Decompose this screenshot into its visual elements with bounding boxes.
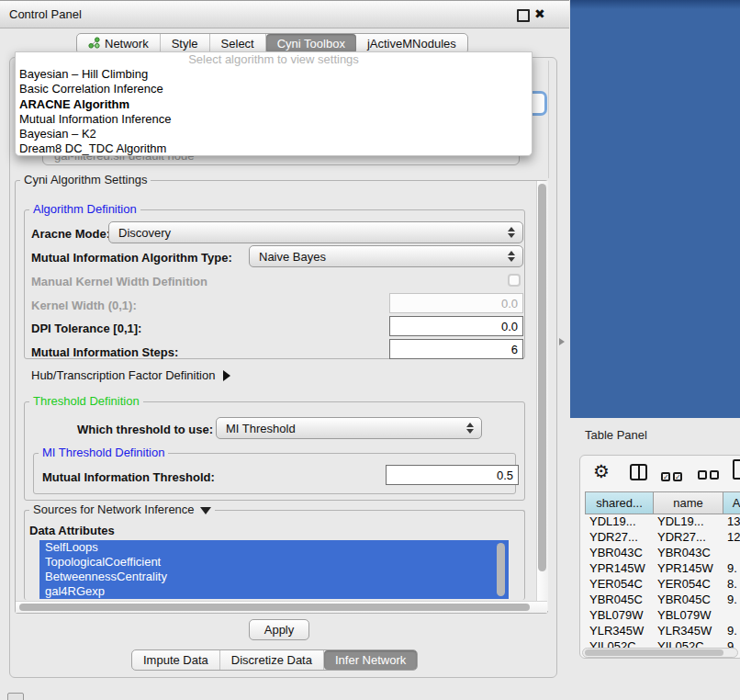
dpi-tolerance-label: DPI Tolerance [0,1]: [31,322,141,335]
combo-arrows-icon [508,227,515,238]
tab-impute-data[interactable]: Impute Data [132,650,220,670]
table-row[interactable]: YLR345W YLR345W 9. [585,624,740,639]
mi-type-combobox[interactable]: Naive Bayes [249,245,523,267]
table-cell: YLR345W [585,624,653,639]
data-attributes-label: Data Attributes [29,524,115,537]
tab-select[interactable]: Select [210,34,266,53]
table-cell: YBR043C [585,546,653,561]
tab-select-label: Select [221,37,254,51]
aracne-mode-combobox[interactable]: Discovery [108,221,523,243]
table-cell: YBR043C [653,546,723,561]
list-item[interactable]: gal4RGexp [39,584,509,599]
algorithm-option[interactable]: Bayesian – K2 [16,127,532,141]
dpi-tolerance-field[interactable] [389,316,523,336]
sources-legend[interactable]: Sources for Network Inference [29,502,215,516]
algorithm-option[interactable]: Dream8 DC_TDC Algorithm [16,141,532,156]
expander-collapsed-icon [223,370,230,381]
table-cell [723,546,740,561]
algorithm-dropdown-popup: Select algorithm to view settings Bayesi… [15,51,533,156]
table-cell: YBR045C [653,593,723,608]
mi-type-value: Naive Bayes [259,250,326,264]
close-icon[interactable]: ✖ [534,6,545,21]
table-row[interactable]: YBL079W YBL079W [585,608,740,624]
tab-cyni-toolbox-label: Cyni Toolbox [277,37,345,51]
table-row[interactable]: YPR145W YPR145W 9. [585,561,740,577]
column-header-shared-name[interactable]: shared... [585,491,653,514]
settings-horizontal-scrollbar-thumb[interactable] [19,604,530,611]
tab-infer-network[interactable]: Infer Network [324,650,417,670]
table-cell: YLR345W [653,624,723,639]
column-header-partial[interactable]: A [723,491,740,514]
gear-icon[interactable]: ⚙ [593,460,610,482]
aracne-mode-label: Aracne Mode: [31,227,110,241]
tab-jactivemnodules[interactable]: jActiveMNodules [356,34,467,53]
apply-button[interactable]: Apply [249,619,309,640]
list-item[interactable]: TopologicalCoefficient [39,555,509,570]
list-item[interactable]: BetweennessCentrality [39,570,509,584]
panel-divider-arrow[interactable] [559,338,565,345]
table-cell: YDL19... [653,514,723,530]
tab-infer-network-label: Infer Network [335,653,406,667]
tab-jactivemnodules-label: jActiveMNodules [367,37,456,51]
table-cell: YDR27... [653,530,723,546]
table-row[interactable]: YER054C YER054C 8. [585,577,740,593]
data-attributes-list[interactable]: SelfLoops TopologicalCoefficient Between… [39,540,509,599]
which-threshold-combobox[interactable]: MI Threshold [216,417,482,439]
cyni-algorithm-settings-legend: Cyni Algorithm Settings [20,173,151,186]
tab-discretize-data[interactable]: Discretize Data [220,650,324,670]
float-window-icon[interactable] [517,9,530,22]
tab-style[interactable]: Style [161,34,210,53]
algorithm-option[interactable]: Basic Correlation Inference [16,82,532,96]
mi-steps-field[interactable] [389,339,523,359]
unchecked-checkbox-icon [710,470,719,480]
sources-legend-label: Sources for Network Inference [33,502,195,516]
mi-threshold-legend: MI Threshold Definition [39,446,168,459]
algorithm-option[interactable]: Mutual Information Inference [16,112,532,127]
settings-vertical-scrollbar-thumb[interactable] [538,184,546,571]
algorithm-definition-legend: Algorithm Definition [29,202,140,216]
table-row[interactable]: YDR27... YDR27... 12 [585,530,740,546]
mi-threshold-field[interactable] [386,465,519,485]
expander-expanded-icon [200,507,211,514]
table-row[interactable]: YBR045C YBR045C 9. [585,593,740,608]
table-cell: YBR045C [585,593,653,608]
kernel-width-field[interactable] [389,293,523,313]
table-row[interactable]: YBR043C YBR043C [585,546,740,561]
tab-style-label: Style [172,37,198,51]
table-panel-title: Table Panel [585,428,647,442]
panel-border-line [548,61,549,178]
split-columns-icon[interactable] [630,464,647,480]
algorithm-dropdown-prompt: Select algorithm to view settings [16,52,532,67]
kernel-width-label: Kernel Width (0,1): [31,299,137,312]
table-cell: 12 [723,530,740,546]
table-cell: YBL079W [585,608,653,624]
combo-arrows-icon [508,251,515,262]
control-panel-title: Control Panel [9,7,82,21]
table-row[interactable]: YDL19... YDL19... 13 [585,514,740,530]
deselect-all-columns-icon[interactable] [698,469,722,482]
hidden-panel-grip[interactable] [7,693,24,700]
new-column-icon[interactable] [733,459,740,480]
list-item[interactable]: SelfLoops [39,540,509,555]
checked-checkbox-icon: ✓ [661,472,670,481]
column-header-name[interactable]: name [653,491,723,514]
table-horizontal-scrollbar-thumb[interactable] [585,649,723,656]
manual-kernel-checkbox[interactable] [508,274,521,287]
table-cell: YDL19... [585,514,653,530]
screen: Control Panel ✖ Network Style Select Cyn… [0,0,740,700]
list-scrollbar-thumb[interactable] [497,543,505,596]
algorithm-option-selected[interactable]: ARACNE Algorithm [16,97,532,112]
tab-cyni-toolbox[interactable]: Cyni Toolbox [266,34,356,53]
tab-network[interactable]: Network [77,34,161,53]
algorithm-option[interactable]: Bayesian – Hill Climbing [16,67,532,82]
manual-kernel-label: Manual Kernel Width Definition [31,275,207,288]
hub-factor-expander[interactable]: Hub/Transcription Factor Definition [31,368,230,382]
mi-type-label: Mutual Information Algorithm Type: [31,251,232,265]
column-header-label: name [673,496,703,510]
aracne-mode-value: Discovery [118,226,171,240]
table-cell: 13 [723,514,740,530]
table-cell: 8. [723,577,740,593]
which-threshold-value: MI Threshold [226,422,296,435]
select-all-columns-icon[interactable]: ✓✓ [661,469,685,482]
column-header-label: shared... [596,496,643,510]
